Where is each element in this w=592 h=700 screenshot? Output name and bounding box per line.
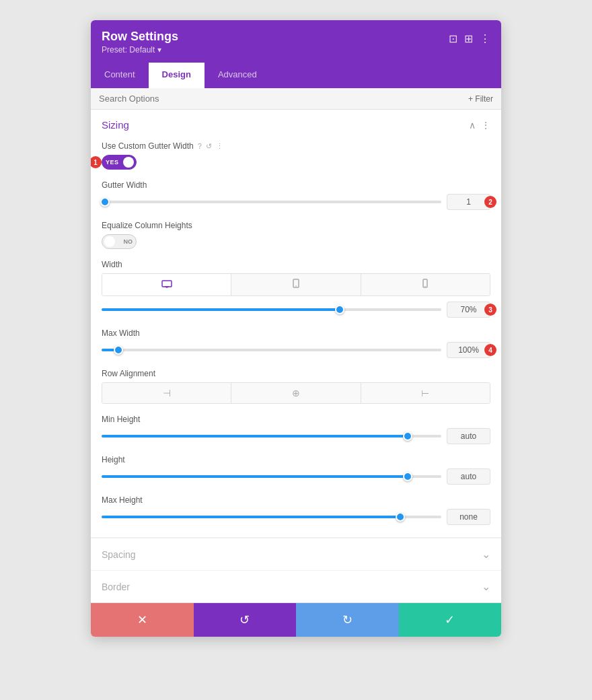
width-slider-track[interactable] <box>102 308 441 311</box>
max-width-slider-thumb[interactable] <box>114 345 123 355</box>
filter-button[interactable]: + Filter <box>468 94 493 104</box>
device-tab-desktop[interactable] <box>102 274 231 295</box>
cancel-button[interactable]: ✕ <box>91 603 194 637</box>
width-slider-thumb[interactable] <box>335 305 344 314</box>
tab-content[interactable]: Content <box>91 63 149 88</box>
save-button[interactable]: ✓ <box>399 603 502 637</box>
height-slider-thumb[interactable] <box>403 472 412 481</box>
columns-icon[interactable]: ⊞ <box>464 32 473 45</box>
sizing-section: Sizing ∧ ⋮ Use Custom Gutter Width ? ↺ ⋮… <box>91 110 501 538</box>
max-width-field: Max Width 100% 4 <box>91 324 501 365</box>
settings-content: Sizing ∧ ⋮ Use Custom Gutter Width ? ↺ ⋮… <box>91 110 501 602</box>
redo-button[interactable]: ↻ <box>296 603 399 637</box>
gutter-width-toggle-field: Use Custom Gutter Width ? ↺ ⋮ 1 YES <box>91 137 501 176</box>
min-height-slider-row: auto <box>102 428 490 444</box>
svg-point-6 <box>425 286 426 287</box>
width-label: Width <box>102 260 490 269</box>
border-chevron: ⌄ <box>482 580 490 593</box>
spacing-section[interactable]: Spacing ⌄ <box>91 538 501 570</box>
badge-2: 2 <box>484 196 496 208</box>
panel-footer: ✕ ↺ ↻ ✓ <box>91 602 501 637</box>
help-icon[interactable]: ? <box>198 142 202 150</box>
height-label: Height <box>102 455 490 464</box>
collapse-icon[interactable]: ∧ <box>469 120 476 131</box>
sizing-header-icons: ∧ ⋮ <box>469 120 490 131</box>
max-height-slider-thumb[interactable] <box>396 512 405 522</box>
max-height-value[interactable]: none <box>447 509 490 525</box>
panel-title: Row Settings <box>102 30 178 44</box>
custom-gutter-toggle[interactable]: YES <box>102 155 137 170</box>
gutter-slider-thumb[interactable] <box>100 197 110 207</box>
max-width-value[interactable]: 100% 4 <box>447 342 490 358</box>
height-field: Height auto <box>91 451 501 491</box>
equalize-columns-field: Equalize Column Heights NO <box>91 217 501 256</box>
gutter-width-slider-label: Gutter Width <box>102 180 490 190</box>
gutter-width-value[interactable]: 1 2 <box>447 194 490 210</box>
equalize-toggle-row: NO <box>102 234 490 249</box>
max-height-slider-row: none <box>102 509 490 525</box>
align-left[interactable]: ⊣ <box>102 383 231 403</box>
panel-header-icons: ⊡ ⊞ ⋮ <box>449 30 490 45</box>
height-value[interactable]: auto <box>447 468 490 485</box>
search-bar: + Filter <box>91 88 501 110</box>
width-value[interactable]: 70% 3 <box>447 302 490 318</box>
border-title: Border <box>102 582 130 592</box>
svg-point-4 <box>295 285 297 287</box>
field-more-icon[interactable]: ⋮ <box>216 142 223 151</box>
toggle-knob-eq <box>104 236 115 247</box>
badge-4: 4 <box>484 344 496 356</box>
fullscreen-icon[interactable]: ⊡ <box>449 32 457 45</box>
max-width-slider-row: 100% 4 <box>102 342 490 358</box>
min-height-label: Min Height <box>102 415 490 424</box>
width-slider-fill <box>102 308 340 311</box>
toggle-yes-label: YES <box>106 159 119 166</box>
sizing-title: Sizing <box>102 119 129 131</box>
height-slider-row: auto <box>102 468 490 485</box>
max-height-field: Max Height none <box>91 491 501 532</box>
max-height-slider-fill <box>102 516 400 518</box>
align-right[interactable]: ⊢ <box>361 383 490 403</box>
width-field: Width <box>91 256 501 324</box>
gutter-width-field: Gutter Width 1 2 <box>91 176 501 217</box>
gutter-slider-row: 1 2 <box>102 194 490 210</box>
svg-rect-0 <box>162 281 172 287</box>
height-slider-fill <box>102 475 408 478</box>
row-settings-panel: Row Settings Preset: Default ▾ ⊡ ⊞ ⋮ Con… <box>91 20 501 637</box>
min-height-slider-thumb[interactable] <box>403 431 412 441</box>
more-icon[interactable]: ⋮ <box>480 32 490 45</box>
reset-button[interactable]: ↺ <box>194 603 297 637</box>
device-tab-mobile[interactable] <box>361 274 490 295</box>
panel-preset[interactable]: Preset: Default ▾ <box>102 45 178 55</box>
min-height-slider-fill <box>102 435 408 438</box>
tab-design[interactable]: Design <box>149 63 205 88</box>
max-height-slider-track[interactable] <box>102 516 441 518</box>
search-input[interactable] <box>99 94 468 104</box>
max-width-slider-track[interactable] <box>102 349 441 351</box>
toggle-knob <box>123 157 134 168</box>
border-section[interactable]: Border ⌄ <box>91 570 501 602</box>
toggle-no-label: NO <box>124 238 133 245</box>
panel-title-group: Row Settings Preset: Default ▾ <box>102 30 178 55</box>
min-height-slider-track[interactable] <box>102 435 441 438</box>
badge-1: 1 <box>91 156 102 168</box>
device-tab-tablet[interactable] <box>231 274 361 295</box>
section-more-icon[interactable]: ⋮ <box>481 120 490 131</box>
panel-header: Row Settings Preset: Default ▾ ⊡ ⊞ ⋮ <box>91 20 501 63</box>
row-alignment-tabs: ⊣ ⊕ ⊢ <box>102 382 490 404</box>
equalize-toggle[interactable]: NO <box>102 234 137 249</box>
row-alignment-label: Row Alignment <box>102 369 490 378</box>
gutter-slider-track[interactable] <box>102 201 441 203</box>
badge-3: 3 <box>484 304 496 316</box>
width-slider-row: 70% 3 <box>102 302 490 318</box>
row-alignment-field: Row Alignment ⊣ ⊕ ⊢ <box>91 365 501 411</box>
gutter-toggle-row: 1 YES <box>102 155 490 170</box>
tab-advanced[interactable]: Advanced <box>205 63 270 88</box>
equalize-label: Equalize Column Heights <box>102 221 490 230</box>
min-height-value[interactable]: auto <box>447 428 490 444</box>
align-center[interactable]: ⊕ <box>231 383 361 403</box>
tabs-bar: Content Design Advanced <box>91 63 501 88</box>
spacing-title: Spacing <box>102 549 136 560</box>
spacing-chevron: ⌄ <box>482 548 490 561</box>
height-slider-track[interactable] <box>102 475 441 478</box>
reset-icon[interactable]: ↺ <box>206 142 212 151</box>
